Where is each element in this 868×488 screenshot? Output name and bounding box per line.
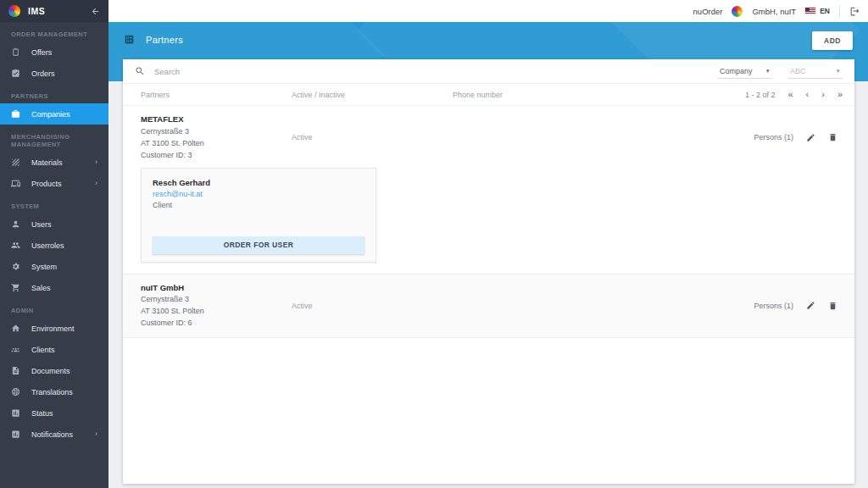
sidebar-item-label: Clients (31, 346, 55, 354)
delete-trash-icon[interactable] (828, 132, 837, 142)
materials-icon (11, 158, 21, 167)
partner-customer-id: Customer ID: 6 (141, 318, 292, 330)
app-window: IMS ORDER MANAGEMENT Offers Orders PARTN… (0, 0, 868, 488)
users-icon (11, 219, 21, 229)
gear-icon (11, 262, 21, 271)
person-name: Resch Gerhard (153, 177, 364, 189)
last-page-icon[interactable]: » (837, 90, 843, 99)
us-flag-icon (805, 8, 815, 14)
company-logo-icon (732, 6, 743, 17)
table-header: Partners Active / Inactive Phone number … (123, 84, 854, 106)
sidebar-item-label: Environment (31, 324, 75, 333)
table-row-metaflex[interactable]: METAFLEX Cernystraße 3 AT 3100 St. Pölte… (123, 106, 854, 274)
companies-icon (11, 109, 21, 119)
topbar: nuOrder GmbH, nuIT EN (108, 0, 868, 22)
pagination-range: 1 - 2 of 2 (745, 91, 776, 99)
page-title: Partners (146, 35, 183, 45)
sidebar-item-label: Offers (31, 48, 52, 57)
table-row-nuit-gmbh[interactable]: nuIT GmbH Cernystraße 3 AT 3100 St. Pölt… (123, 274, 854, 339)
sidebar-item-label: Materials (31, 158, 63, 167)
partner-status: Active (292, 133, 453, 141)
partners-list-icon (124, 34, 135, 45)
sidebar-item-label: Products (31, 180, 62, 188)
search-input[interactable] (154, 67, 709, 76)
persons-count[interactable]: Persons (1) (754, 302, 793, 310)
account-name[interactable]: GmbH, nuIT (752, 7, 796, 16)
sidebar-item-label: Translations (31, 388, 73, 396)
search-toolbar: Company ▼ ABC ▼ (123, 59, 854, 84)
sidebar-item-clients[interactable]: Clients (0, 339, 108, 360)
partner-address-line1: Cernystraße 3 (141, 294, 292, 306)
abc-filter-dropdown[interactable]: ABC ▼ (788, 64, 843, 79)
row-actions: Persons (1) (754, 301, 843, 311)
sidebar-item-offers[interactable]: Offers (0, 42, 108, 63)
partner-address-line2: AT 3100 St. Pölten (141, 306, 292, 318)
partner-info: METAFLEX Cernystraße 3 AT 3100 St. Pölte… (135, 114, 292, 162)
partner-name: METAFLEX (141, 114, 292, 126)
sidebar-item-environment[interactable]: Environment (0, 318, 108, 339)
topbar-divider (839, 5, 840, 17)
sidebar-nav: ORDER MANAGEMENT Offers Orders PARTNERS … (0, 22, 108, 445)
add-button[interactable]: ADD (812, 31, 853, 50)
delete-trash-icon[interactable] (828, 301, 837, 311)
partners-card: Company ▼ ABC ▼ Partners Active / Inacti… (123, 59, 854, 484)
main-content: Partners ADD Company ▼ ABC ▼ (108, 22, 868, 488)
document-icon (11, 366, 21, 375)
sidebar-item-documents[interactable]: Documents (0, 360, 108, 381)
bar-chart-icon (11, 430, 21, 439)
abc-filter-label: ABC (790, 67, 806, 75)
app-logo-icon (8, 5, 20, 17)
partner-address-line1: Cernystraße 3 (141, 126, 292, 138)
next-page-icon[interactable]: › (821, 90, 825, 99)
globe-icon (11, 387, 21, 396)
section-label-admin: ADMIN (0, 298, 108, 318)
sidebar-item-orders[interactable]: Orders (0, 63, 108, 84)
logout-icon[interactable] (849, 6, 860, 17)
language-selector[interactable]: EN (805, 7, 830, 15)
edit-pencil-icon[interactable] (806, 133, 815, 142)
persons-count[interactable]: Persons (1) (754, 133, 793, 141)
sidebar-header: IMS (0, 0, 108, 22)
sidebar-item-userroles[interactable]: Userroles (0, 235, 108, 256)
sidebar-item-label: Users (31, 220, 52, 229)
sidebar-item-label: Sales (31, 284, 51, 292)
chevron-down-icon: ▼ (765, 68, 771, 74)
company-filter-label: Company (720, 67, 753, 75)
bar-chart-icon (11, 408, 21, 418)
partner-name: nuIT GmbH (141, 282, 292, 295)
partner-customer-id: Customer ID: 3 (141, 150, 292, 162)
row-actions: Persons (1) (754, 132, 843, 142)
partner-info: nuIT GmbH Cernystraße 3 AT 3100 St. Pölt… (135, 282, 292, 330)
sidebar-item-materials[interactable]: Materials › (0, 152, 108, 173)
app-name: IMS (28, 6, 83, 16)
products-icon (11, 179, 21, 188)
chevron-right-icon: › (95, 180, 97, 187)
sidebar-item-label: Orders (31, 69, 55, 78)
partner-address-line2: AT 3100 St. Pölten (141, 138, 292, 150)
sidebar-item-system[interactable]: System (0, 256, 108, 277)
section-label-merchandising: MERCHANDISING MANAGEMENT (0, 125, 108, 152)
sidebar-item-products[interactable]: Products › (0, 173, 108, 194)
sidebar-item-notifications[interactable]: Notifications › (0, 424, 108, 445)
edit-pencil-icon[interactable] (806, 301, 815, 310)
sidebar-collapse-icon[interactable] (91, 7, 100, 16)
language-label: EN (820, 7, 830, 15)
company-filter-dropdown[interactable]: Company ▼ (718, 64, 772, 79)
sidebar-item-companies[interactable]: Companies (0, 103, 108, 125)
person-role: Client (153, 200, 364, 212)
sidebar-item-translations[interactable]: Translations (0, 381, 108, 402)
previous-page-icon[interactable]: ‹ (806, 90, 810, 99)
person-email-link[interactable]: resch@nu-it.at (153, 189, 364, 201)
sidebar-item-status[interactable]: Status (0, 402, 108, 424)
chevron-down-icon: ▼ (836, 68, 841, 74)
clients-group-icon (11, 345, 21, 354)
order-for-user-button[interactable]: ORDER FOR USER (153, 236, 364, 254)
offers-icon (11, 47, 21, 57)
sidebar-item-users[interactable]: Users (0, 214, 108, 235)
partner-status: Active (292, 302, 453, 310)
sidebar-item-label: Status (31, 409, 53, 418)
sidebar-item-sales[interactable]: Sales (0, 277, 108, 298)
chevron-right-icon: › (95, 430, 97, 438)
sidebar-item-label: Notifications (31, 430, 73, 439)
first-page-icon[interactable]: « (787, 90, 793, 99)
